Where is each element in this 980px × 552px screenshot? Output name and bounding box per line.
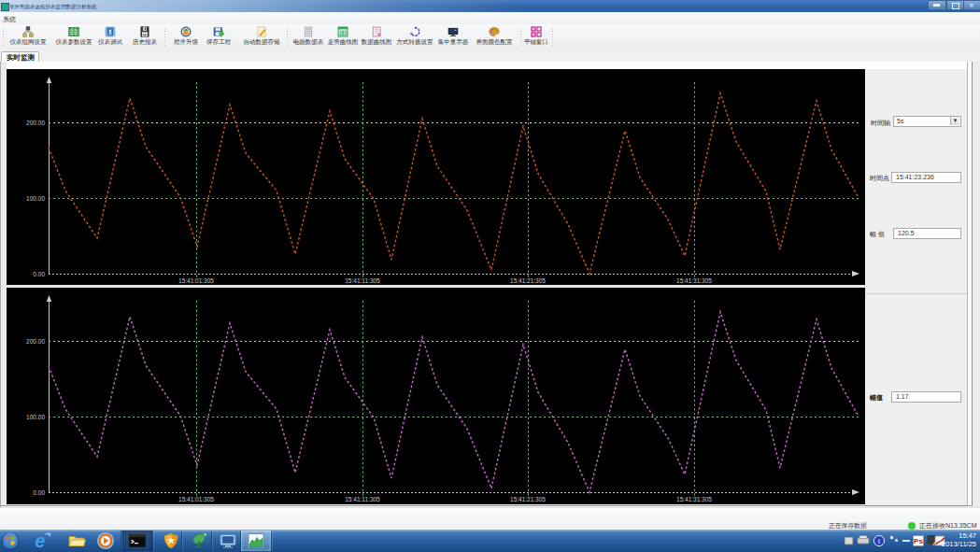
- svg-text:i: i: [878, 537, 880, 545]
- svg-text:15:41:21:305: 15:41:21:305: [510, 277, 546, 284]
- svg-text:200.00: 200.00: [26, 338, 45, 345]
- svg-text:15:41:21:305: 15:41:21:305: [510, 496, 546, 502]
- svg-text:15:41:11:305: 15:41:11:305: [345, 496, 380, 502]
- svg-text:15:41:31:305: 15:41:31:305: [676, 496, 712, 502]
- svg-text:Ps: Ps: [914, 537, 923, 545]
- svg-text:200.00: 200.00: [26, 120, 45, 126]
- svg-text:0.00: 0.00: [33, 271, 45, 277]
- svg-text:15:41:11:305: 15:41:11:305: [345, 277, 380, 284]
- svg-text:15:41:31:305: 15:41:31:305: [676, 277, 712, 284]
- svg-text:15:41:01:305: 15:41:01:305: [178, 496, 214, 502]
- svg-text:e: e: [35, 531, 45, 550]
- svg-text:100.00: 100.00: [26, 414, 45, 420]
- svg-text:15:41:01:305: 15:41:01:305: [178, 277, 214, 284]
- svg-text:100.00: 100.00: [26, 195, 45, 202]
- svg-text:0.00: 0.00: [33, 489, 45, 496]
